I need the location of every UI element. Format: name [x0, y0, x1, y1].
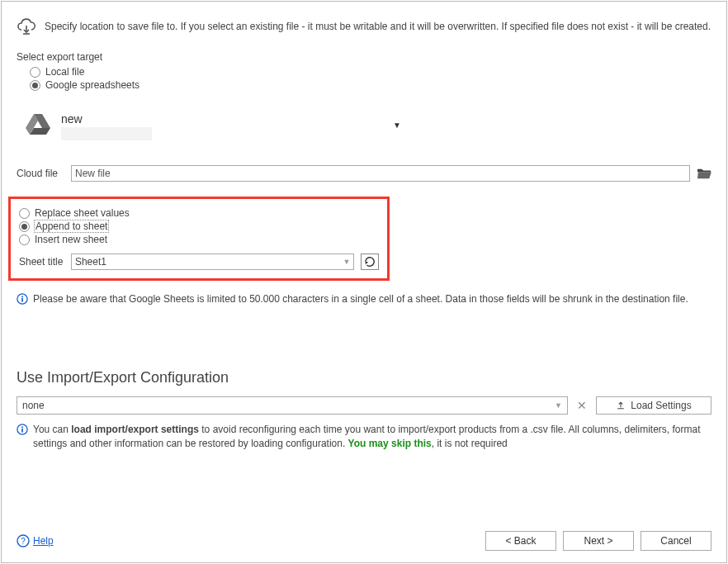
- radio-label: Replace sheet values: [35, 207, 130, 219]
- radio-icon: [19, 221, 30, 232]
- close-icon: ✕: [577, 399, 587, 412]
- import-export-heading: Use Import/Export Configuration: [17, 369, 711, 386]
- cloud-file-input[interactable]: [71, 165, 690, 182]
- txt-part: You can: [33, 424, 71, 435]
- svg-rect-5: [21, 296, 23, 298]
- bottom-bar: ? Help < Back Next > Cancel: [17, 531, 711, 551]
- refresh-icon: [364, 256, 376, 268]
- config-info-text: You can load import/export settings to a…: [33, 423, 711, 451]
- help-link[interactable]: ? Help: [17, 534, 54, 547]
- export-dialog: Specify location to save file to. If you…: [1, 1, 727, 563]
- account-name: new: [61, 112, 152, 126]
- sheet-title-value: Sheet1: [75, 256, 106, 268]
- browse-folder-icon[interactable]: [697, 167, 711, 180]
- description-text: Specify location to save file to. If you…: [45, 17, 711, 34]
- radio-replace-sheet[interactable]: Replace sheet values: [19, 207, 379, 219]
- help-label: Help: [33, 535, 54, 547]
- import-export-row: none ▼ ✕ Load Settings: [17, 396, 711, 415]
- load-settings-button[interactable]: Load Settings: [596, 396, 711, 415]
- radio-label: Append to sheet: [35, 220, 108, 232]
- refresh-button[interactable]: [361, 254, 379, 270]
- load-settings-label: Load Settings: [631, 400, 691, 411]
- account-email-redacted: [61, 127, 152, 140]
- cancel-button[interactable]: Cancel: [641, 531, 711, 551]
- radio-local-file[interactable]: Local file: [30, 66, 711, 78]
- next-button[interactable]: Next >: [563, 531, 634, 551]
- chevron-down-icon: ▼: [555, 401, 562, 410]
- sheet-title-select[interactable]: Sheet1 ▼: [71, 254, 354, 270]
- radio-icon: [19, 208, 30, 219]
- account-info: new: [61, 112, 152, 140]
- sheet-title-label: Sheet title: [19, 256, 64, 268]
- radio-label: Insert new sheet: [35, 234, 107, 245]
- radio-icon: [19, 235, 30, 245]
- radio-icon: [30, 80, 40, 91]
- txt-bold: load import/export settings: [71, 424, 199, 435]
- svg-rect-4: [21, 298, 23, 301]
- sheets-limit-info: Please be aware that Google Sheets is li…: [17, 292, 711, 306]
- svg-rect-7: [21, 429, 23, 432]
- radio-insert-sheet[interactable]: Insert new sheet: [19, 234, 379, 245]
- txt-green: You may skip this: [348, 438, 432, 449]
- cloud-file-row: Cloud file: [17, 165, 711, 182]
- config-select[interactable]: none ▼: [17, 396, 568, 415]
- radio-append-sheet[interactable]: Append to sheet: [19, 220, 379, 232]
- cloud-download-icon: [17, 17, 36, 36]
- sheets-limit-text: Please be aware that Google Sheets is li…: [33, 292, 711, 306]
- radio-label: Local file: [45, 66, 84, 78]
- info-icon: [17, 424, 28, 435]
- account-selector[interactable]: new ▼: [17, 112, 711, 140]
- export-target-label: Select export target: [17, 51, 711, 63]
- txt-part: , it is not required: [432, 438, 508, 449]
- sheet-title-row: Sheet title Sheet1 ▼: [19, 254, 379, 270]
- btn-label: Cancel: [660, 535, 691, 547]
- chevron-down-icon: ▼: [393, 121, 401, 130]
- radio-google-spreadsheets[interactable]: Google spreadsheets: [30, 79, 711, 91]
- help-icon: ?: [17, 534, 30, 547]
- btn-label: < Back: [505, 535, 536, 547]
- btn-label: Next >: [584, 535, 612, 547]
- radio-label: Google spreadsheets: [45, 79, 139, 91]
- radio-icon: [30, 67, 40, 78]
- nav-buttons: < Back Next > Cancel: [485, 531, 711, 551]
- config-select-value: none: [22, 400, 45, 411]
- upload-icon: [616, 400, 626, 410]
- svg-text:?: ?: [21, 537, 26, 546]
- sheet-mode-highlight: Replace sheet values Append to sheet Ins…: [8, 197, 390, 281]
- export-target-group: Local file Google spreadsheets: [17, 66, 711, 91]
- back-button[interactable]: < Back: [485, 531, 556, 551]
- clear-config-button[interactable]: ✕: [573, 396, 591, 415]
- description-row: Specify location to save file to. If you…: [17, 17, 711, 36]
- google-drive-icon: [25, 112, 51, 135]
- info-icon: [17, 293, 28, 305]
- config-info: You can load import/export settings to a…: [17, 423, 711, 451]
- cloud-file-label: Cloud file: [17, 168, 64, 179]
- svg-rect-8: [21, 426, 23, 428]
- chevron-down-icon: ▼: [343, 258, 350, 266]
